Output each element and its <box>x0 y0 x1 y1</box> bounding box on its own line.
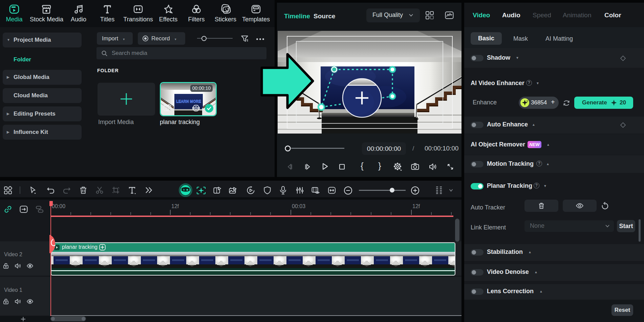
svg-text:LEARN MORE: LEARN MORE <box>176 99 201 103</box>
